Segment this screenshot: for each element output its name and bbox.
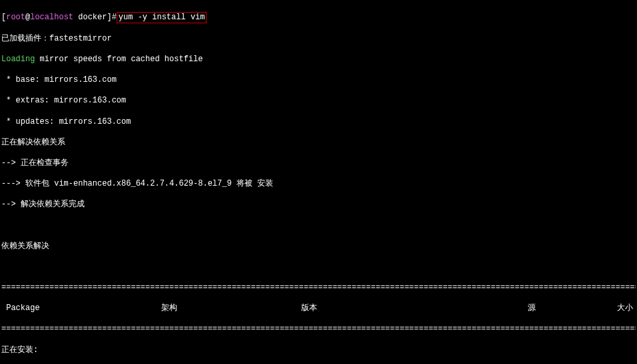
mirror-extras: * extras: mirrors.163.com [1,96,636,106]
prompt-host: localhost [30,13,73,23]
prompt-open: [ [1,13,6,23]
prompt-dir: docker [78,13,107,23]
terminal-output: [root@localhost docker]#yum -y install v… [1,1,636,364]
blank-line [1,262,636,273]
separator-double: ========================================… [1,324,636,335]
command-highlight: yum -y install vim [117,12,207,24]
deps-resolved: 依赖关系解决 [1,242,636,252]
prompt-close: ] [107,13,111,23]
prompt-hash: # [112,13,117,23]
header-size: 大小 [601,303,636,314]
blank-line [1,220,636,231]
resolving-4: --> 解决依赖关系完成 [1,200,636,210]
header-package: Package [1,303,161,314]
prompt-user: root [6,13,25,23]
plugins-loaded: 已加载插件：fastestmirror [1,34,636,45]
resolving-2: --> 正在检查事务 [1,158,636,169]
mirror-base: * base: mirrors.163.com [1,75,636,86]
prompt-space [73,13,78,23]
header-repo: 源 [528,303,601,314]
prompt-at: @ [25,13,30,23]
header-version: 版本 [301,303,528,314]
separator-double: ========================================… [1,283,636,293]
header-arch: 架构 [161,303,301,314]
loading-word: Loading [1,55,35,64]
loading-rest: mirror speeds from cached hostfile [35,55,203,64]
resolving-1: 正在解决依赖关系 [1,138,636,148]
resolving-3: ---> 软件包 vim-enhanced.x86_64.2.7.4.629-8… [1,179,636,190]
installing-label: 正在安装: [1,345,636,356]
table-header-row: Package 架构 版本 源 大小 [1,303,636,314]
mirror-updates: * updates: mirrors.163.com [1,117,636,128]
command-text: yum -y install vim [119,13,205,22]
